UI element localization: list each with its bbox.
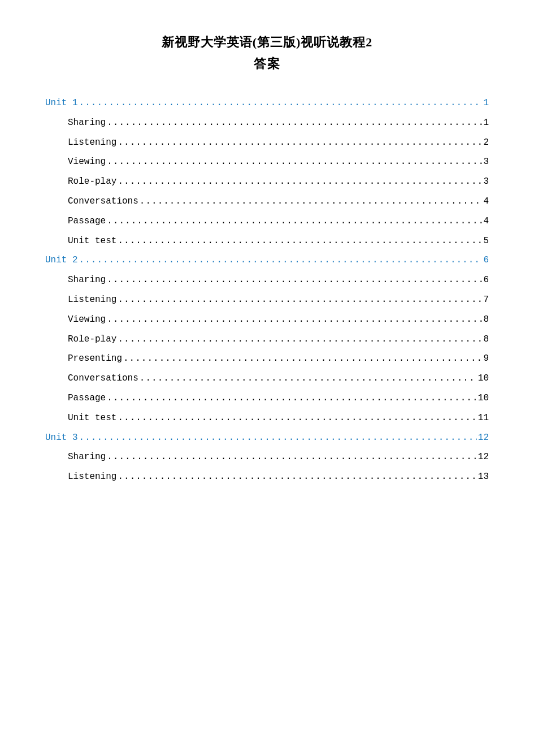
toc-page-number: 2: [483, 135, 489, 151]
toc-dots: ........................................…: [118, 233, 482, 249]
toc-dots: ........................................…: [118, 292, 482, 308]
toc-page-number: 7: [483, 292, 489, 308]
toc-page-number: 3: [483, 174, 489, 190]
toc-unit-entry: Unit 1..................................…: [45, 95, 489, 111]
toc-dots: ........................................…: [118, 410, 476, 426]
toc-page-number: 10: [478, 370, 489, 387]
toc-unit-entry: Unit 2..................................…: [45, 252, 489, 269]
toc-label: Unit test: [68, 233, 116, 249]
toc-label: Unit test: [68, 410, 116, 426]
toc-label: Presenting: [68, 351, 122, 367]
page-subtitle: 答案: [45, 55, 489, 72]
toc-dots: ........................................…: [118, 135, 482, 151]
toc-dots: ........................................…: [107, 115, 482, 131]
toc-page-number: 12: [478, 449, 489, 465]
toc-dots: ........................................…: [79, 430, 477, 446]
toc-dots: ........................................…: [140, 370, 477, 387]
toc-dots: ........................................…: [107, 272, 482, 288]
toc-label: Viewing: [68, 154, 106, 170]
toc-dots: ........................................…: [118, 331, 482, 348]
toc-label: Conversations: [68, 370, 138, 387]
toc-dots: ........................................…: [123, 351, 482, 367]
toc-sub-entry: Viewing.................................…: [45, 154, 489, 170]
toc-page-number: 10: [478, 390, 489, 407]
toc-sub-entry: Viewing.................................…: [45, 312, 489, 328]
toc-dots: ........................................…: [79, 252, 483, 269]
toc-label: Unit 2: [45, 252, 78, 269]
toc-label: Conversations: [68, 193, 138, 210]
toc-sub-entry: Sharing.................................…: [45, 272, 489, 288]
toc-sub-entry: Role-play...............................…: [45, 331, 489, 348]
toc-dots: ........................................…: [107, 213, 482, 230]
toc-sub-entry: Role-play...............................…: [45, 174, 489, 190]
toc-sub-entry: Listening...............................…: [45, 135, 489, 151]
toc-sub-entry: Unit test...............................…: [45, 410, 489, 426]
toc-dots: ........................................…: [107, 312, 482, 328]
toc-label: Sharing: [68, 449, 106, 465]
toc-sub-entry: Sharing.................................…: [45, 115, 489, 131]
toc-page-number: 11: [478, 410, 489, 426]
toc-sub-entry: Unit test...............................…: [45, 233, 489, 249]
toc-page-number: 8: [483, 312, 489, 328]
toc-sub-entry: Listening...............................…: [45, 469, 489, 485]
toc-page-number: 1: [483, 95, 489, 111]
toc-label: Sharing: [68, 115, 106, 131]
toc-sub-entry: Passage.................................…: [45, 390, 489, 407]
toc-label: Unit 1: [45, 95, 78, 111]
toc-page-number: 9: [483, 351, 489, 367]
toc-dots: ........................................…: [107, 390, 477, 407]
page-title: 新视野大学英语(第三版)视听说教程2: [45, 34, 489, 51]
toc-dots: ........................................…: [118, 469, 476, 485]
toc-label: Role-play: [68, 174, 116, 190]
toc-label: Passage: [68, 213, 106, 230]
toc-sub-entry: Conversations...........................…: [45, 370, 489, 387]
toc-sub-entry: Presenting..............................…: [45, 351, 489, 367]
toc-page-number: 13: [478, 469, 489, 485]
toc-label: Unit 3: [45, 430, 78, 446]
toc-page-number: 12: [478, 430, 489, 446]
toc-label: Viewing: [68, 312, 106, 328]
toc-label: Sharing: [68, 272, 106, 288]
toc-dots: ........................................…: [118, 174, 482, 190]
toc-dots: ........................................…: [107, 449, 477, 465]
toc-page-number: 3: [483, 154, 489, 170]
toc-sub-entry: Passage.................................…: [45, 213, 489, 230]
toc-dots: ........................................…: [140, 193, 483, 210]
toc-dots: ........................................…: [107, 154, 482, 170]
toc-sub-entry: Conversations...........................…: [45, 193, 489, 210]
toc-unit-entry: Unit 3..................................…: [45, 430, 489, 446]
toc-sub-entry: Listening...............................…: [45, 292, 489, 308]
toc-page-number: 4: [483, 213, 489, 230]
toc-container: Unit 1..................................…: [45, 95, 489, 485]
toc-label: Listening: [68, 469, 116, 485]
toc-page-number: 6: [483, 272, 489, 288]
toc-dots: ........................................…: [79, 95, 483, 111]
toc-label: Listening: [68, 292, 116, 308]
toc-page-number: 5: [483, 233, 489, 249]
toc-page-number: 4: [483, 193, 489, 210]
toc-sub-entry: Sharing.................................…: [45, 449, 489, 465]
toc-label: Passage: [68, 390, 106, 407]
toc-label: Listening: [68, 135, 116, 151]
page-header: 新视野大学英语(第三版)视听说教程2 答案: [45, 34, 489, 72]
toc-page-number: 8: [483, 331, 489, 348]
toc-page-number: 6: [483, 252, 489, 269]
toc-label: Role-play: [68, 331, 116, 348]
toc-page-number: 1: [483, 115, 489, 131]
